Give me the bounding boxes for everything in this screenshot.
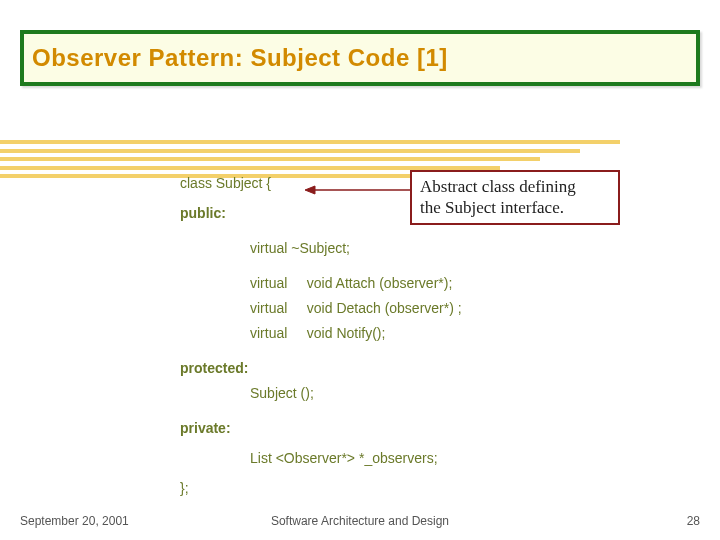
code-line: class Subject { xyxy=(180,175,271,191)
code-line: public: xyxy=(180,205,226,221)
slide-title: Observer Pattern: Subject Code [1] xyxy=(32,44,448,71)
svg-marker-1 xyxy=(305,186,315,194)
callout-line1: Abstract class defining xyxy=(420,177,576,196)
code-line: List <Observer*> *_observers; xyxy=(250,450,438,466)
code-line: virtual void Detach (observer*) ; xyxy=(250,300,462,316)
callout-line2: the Subject interface. xyxy=(420,198,564,217)
code-line: virtual void Attach (observer*); xyxy=(250,275,452,291)
code-line: Subject (); xyxy=(250,385,314,401)
code-line: protected: xyxy=(180,360,248,376)
code-line: private: xyxy=(180,420,231,436)
slide-title-box: Observer Pattern: Subject Code [1] xyxy=(20,30,700,86)
code-line: }; xyxy=(180,480,189,496)
code-line: virtual void Notify(); xyxy=(250,325,385,341)
footer-page-number: 28 xyxy=(687,514,700,528)
footer-center: Software Architecture and Design xyxy=(0,514,720,528)
callout-box: Abstract class defining the Subject inte… xyxy=(410,170,620,225)
arrow-icon xyxy=(305,183,410,197)
code-line: virtual ~Subject; xyxy=(250,240,350,256)
